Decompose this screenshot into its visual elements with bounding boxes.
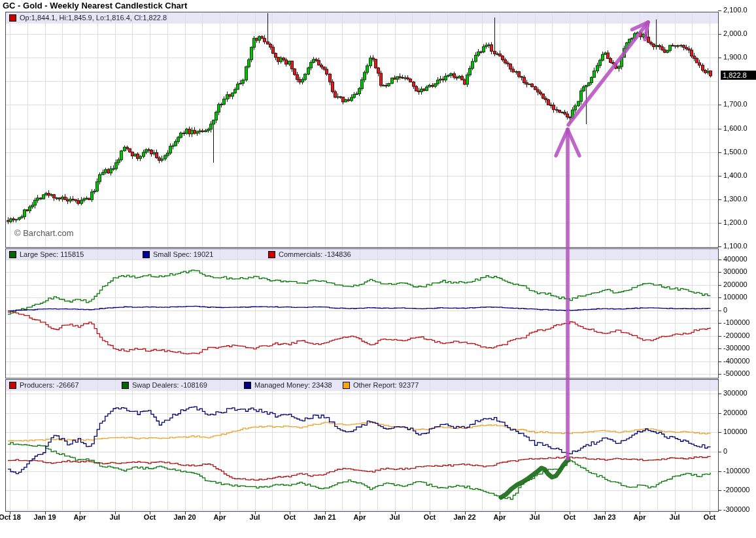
x-axis-label: Apr — [74, 513, 86, 521]
y-axis-label: 100000 — [723, 428, 747, 435]
y-axis-label: 0 — [723, 447, 727, 455]
x-axis-label: Jan 23 — [593, 513, 615, 521]
y-axis-label: 1,600.0 — [723, 124, 747, 132]
x-axis-label: Jul — [530, 513, 540, 521]
legend-swatch-icon — [343, 382, 350, 389]
legend-label: Op:1,844.1, Hi:1,845.9, Lo:1,816.4, Cl:1… — [20, 14, 167, 22]
x-axis-label: Apr — [494, 513, 506, 521]
page-title: GC - Gold - Weekly Nearest Candlestick C… — [3, 1, 187, 10]
x-axis-label: Apr — [354, 513, 366, 521]
x-axis-label: Oct 18 — [0, 513, 21, 521]
y-axis-label: -300000 — [723, 344, 749, 352]
y-axis-label: -100000 — [723, 318, 749, 326]
x-axis-label: Oct — [144, 513, 156, 521]
y-axis-label: 2,100.0 — [723, 6, 747, 14]
y-axis-label: -100000 — [723, 467, 749, 475]
y-axis-label: -200000 — [723, 331, 749, 339]
legend-label: Commercials: -134836 — [279, 250, 351, 258]
x-axis-label: Jul — [110, 513, 120, 521]
legend-swatch-icon — [268, 251, 275, 258]
y-axis-label: 1,700.0 — [723, 100, 747, 108]
y-axis-label: 1,400.0 — [723, 171, 747, 179]
legend-item-managed-money: Managed Money: 23438 — [244, 381, 332, 389]
y-axis-label: 1,300.0 — [723, 195, 747, 203]
legend-label: Small Spec: 19021 — [153, 250, 213, 258]
cot-disaggregated-panel-legend: Producers: -26667Swap Dealers: -108169Ma… — [5, 380, 718, 391]
cot-legacy-panel-legend: Large Spec: 115815Small Spec: 19021Comme… — [5, 249, 718, 260]
x-axis-label: Jul — [390, 513, 400, 521]
x-axis-label: Oct — [424, 513, 436, 521]
y-axis-label: 100000 — [723, 293, 747, 301]
legend-swatch-icon — [9, 382, 16, 389]
x-axis-label: Jul — [670, 513, 680, 521]
x-axis-label: Jan 19 — [33, 513, 56, 521]
legend-swatch-icon — [244, 382, 251, 389]
y-axis-label: 400000 — [723, 255, 747, 263]
y-axis-label: 300000 — [723, 389, 747, 397]
y-axis-label: 300000 — [723, 267, 747, 275]
y-axis-label: 200000 — [723, 280, 747, 288]
x-axis-label: Jul — [250, 513, 260, 521]
legend-item-producers: Producers: -26667 — [9, 381, 79, 389]
y-axis-label: -200000 — [723, 486, 749, 494]
barchart-watermark: © Barchart.com — [14, 228, 74, 238]
legend-swatch-icon — [9, 14, 16, 22]
x-axis-label: Oct — [564, 513, 576, 521]
x-axis-label: Apr — [214, 513, 226, 521]
chart-canvas[interactable] — [0, 0, 756, 538]
legend-item-small-spec: Small Spec: 19021 — [143, 250, 213, 258]
y-axis-label: 1,900.0 — [723, 53, 747, 61]
x-axis-label: Jan 22 — [453, 513, 475, 521]
x-axis-label: Jan 20 — [173, 513, 196, 521]
legend-label: Managed Money: 23438 — [254, 381, 332, 389]
legend-item-large-spec: Large Spec: 115815 — [9, 250, 84, 258]
y-axis-label: 1,100.0 — [723, 242, 747, 250]
y-axis-label: -300000 — [723, 505, 749, 513]
x-axis-label: Oct — [704, 513, 715, 521]
y-axis-label: -400000 — [723, 357, 749, 365]
legend-label: Large Spec: 115815 — [20, 250, 84, 258]
legend-item-op: Op:1,844.1, Hi:1,845.9, Lo:1,816.4, Cl:1… — [9, 14, 167, 22]
legend-swatch-icon — [122, 382, 129, 389]
legend-label: Other Report: 92377 — [353, 381, 419, 389]
legend-item-swap-dealers: Swap Dealers: -108169 — [122, 381, 207, 389]
price-panel-legend: Op:1,844.1, Hi:1,845.9, Lo:1,816.4, Cl:1… — [5, 12, 718, 24]
legend-swatch-icon — [143, 251, 150, 258]
y-axis-label: 0 — [723, 306, 727, 314]
legend-item-commercials: Commercials: -134836 — [268, 250, 351, 258]
y-axis-label: 1,200.0 — [723, 218, 747, 226]
y-axis-label: 2,000.0 — [723, 29, 747, 37]
legend-swatch-icon — [9, 251, 16, 258]
legend-label: Swap Dealers: -108169 — [132, 381, 207, 389]
y-axis-label: -500000 — [723, 369, 749, 377]
last-price-badge: 1,822.8 — [721, 71, 756, 80]
y-axis-label: 1,500.0 — [723, 148, 747, 156]
x-axis-label: Apr — [634, 513, 646, 521]
legend-item-other-report: Other Report: 92377 — [343, 381, 419, 389]
y-axis-label: 200000 — [723, 409, 747, 416]
legend-label: Producers: -26667 — [20, 381, 79, 389]
x-axis-label: Jan 21 — [313, 513, 335, 521]
x-axis-label: Oct — [284, 513, 296, 521]
